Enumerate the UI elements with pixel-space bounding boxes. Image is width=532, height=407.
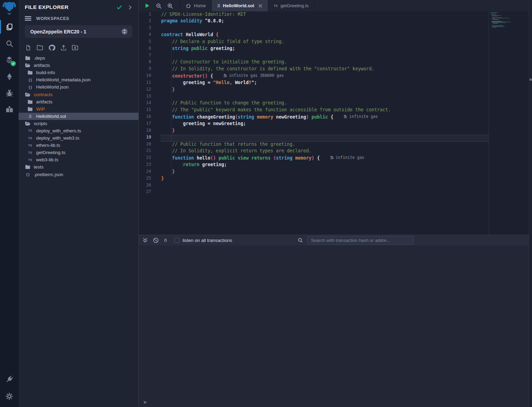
tab-getGreeting.ts[interactable]: TSgetGreeting.ts [268, 0, 314, 11]
tab-Home[interactable]: Home [180, 0, 212, 11]
code-token [254, 114, 257, 120]
tree-item-WIP[interactable]: WIP [19, 105, 138, 113]
typescript-icon: TS [27, 158, 33, 162]
code-token: } [172, 128, 175, 133]
solidity-icon: S [27, 114, 33, 119]
tree-item-label: contracts [34, 92, 53, 97]
scrollbar-handle[interactable] [530, 79, 532, 81]
tree-item-web3-lib.ts[interactable]: TSweb3-lib.ts [19, 156, 138, 163]
remix-ide-window: FILE EXPLORER WORKSPACES OpenZeppelin ER… [0, 0, 532, 407]
line-number: 21 [139, 148, 160, 155]
sidebar-item-search[interactable] [0, 35, 19, 52]
gear-icon [5, 392, 13, 400]
tree-item-.deps[interactable]: .deps [19, 54, 138, 62]
code-token: ) [306, 114, 309, 120]
braces-icon: { } [27, 78, 33, 82]
compile-success-badge [11, 61, 16, 66]
line-content: // Declare a public field of type string… [160, 39, 489, 46]
close-icon[interactable] [258, 4, 262, 8]
minimap[interactable] [489, 11, 528, 235]
code-token: function [172, 114, 194, 120]
line-content: // The "public" keyword makes the functi… [160, 107, 489, 114]
folder-closed-icon [25, 165, 31, 169]
line-content [160, 94, 489, 101]
tree-item-getGreeting.ts[interactable]: TSgetGreeting.ts [19, 149, 138, 156]
line-number: 7 [139, 53, 160, 60]
code-token: ( [273, 155, 276, 161]
tree-item-deploy_with_ethers.ts[interactable]: TSdeploy_with_ethers.ts [19, 127, 138, 134]
workspace-select[interactable]: OpenZeppelin ERC20 - 1 [25, 25, 132, 38]
code-token [216, 155, 219, 161]
tab-label: getGreeting.ts [281, 3, 309, 8]
code-token: contract [161, 32, 186, 37]
sidebar-item-solidity-compiler[interactable] [0, 52, 19, 68]
right-scroll-strip[interactable] [529, 0, 532, 407]
tree-item-build-info[interactable]: build-info [19, 69, 138, 76]
folder-closed-icon [27, 70, 33, 75]
tree-item-artifacts[interactable]: artifacts [19, 62, 138, 69]
sidebar-item-debugger[interactable] [0, 85, 19, 101]
gas-estimate-text: infinite gas [349, 114, 378, 119]
code-token: "Hello, [213, 80, 235, 85]
clear-console-icon[interactable] [153, 237, 159, 243]
panel-header: FILE EXPLORER [19, 0, 138, 12]
panel-title: FILE EXPLORER [25, 4, 116, 10]
terminal-output[interactable]: > [139, 245, 529, 407]
chevron-right-icon[interactable] [128, 5, 132, 10]
code-line-4: 4contract HelloWorld { [139, 32, 529, 39]
transaction-search-input[interactable] [307, 236, 414, 245]
code-editor[interactable]: 1// SPDX-License-Identifier: MIT2pragma … [139, 11, 529, 235]
tree-item-deploy_with_web3.ts[interactable]: TSdeploy_with_web3.ts [19, 134, 138, 142]
book-icon [5, 105, 14, 114]
line-content: } [160, 87, 489, 94]
code-token: } [172, 169, 175, 174]
upload-folder-button[interactable] [71, 43, 79, 52]
code-token: ^0.8.0; [205, 18, 224, 23]
code-token: // In Solidity, explicit return types ar… [161, 148, 312, 153]
code-token [161, 87, 172, 92]
file-explorer-toolbar [19, 38, 138, 54]
clone-git-repository-button[interactable] [48, 43, 56, 52]
listen-transactions-checkbox[interactable] [174, 238, 179, 243]
create-folder-button[interactable] [36, 43, 44, 52]
code-line-23: 23 return greeting; [139, 162, 529, 169]
tree-item-label: HelloWorld.sol [36, 114, 66, 119]
typescript-icon: TS [274, 4, 278, 8]
tree-item-HelloWorld_metadata.json[interactable]: { }HelloWorld_metadata.json [19, 76, 138, 83]
line-number: 9 [139, 66, 160, 73]
zoom-in-icon[interactable] [164, 0, 176, 11]
code-token: constructor [172, 73, 202, 79]
code-line-13: 13 [139, 94, 529, 101]
code-token: { [208, 73, 213, 79]
remix-logo[interactable] [0, 0, 19, 19]
tree-item-scripts[interactable]: scripts [19, 120, 138, 127]
line-content: function hello() public view returns (st… [160, 155, 489, 162]
minimap-line [492, 18, 510, 18]
create-file-button[interactable] [24, 43, 32, 52]
code-line-22: 22 function hello() public view returns … [139, 155, 529, 162]
sidebar-item-plugin-manager[interactable] [0, 370, 19, 388]
tree-item-contracts[interactable]: contracts [19, 91, 138, 98]
tab-HelloWorld.sol[interactable]: SHelloWorld.sol [212, 0, 268, 11]
tree-item-artifacts[interactable]: artifacts [19, 98, 138, 105]
code-token: // In Solidity, the constructor is defin… [161, 66, 374, 71]
sidebar-item-settings[interactable] [0, 388, 19, 405]
run-script-button[interactable] [142, 0, 153, 11]
tree-item-HelloWorld.sol[interactable]: SHelloWorld.sol [19, 113, 138, 120]
line-number: 22 [139, 155, 160, 162]
hamburger-menu-icon[interactable] [25, 16, 31, 21]
sidebar-item-learneth[interactable] [0, 101, 19, 118]
sidebar-item-file-explorer[interactable] [0, 19, 19, 35]
tree-item-HelloWorld.json[interactable]: { }HelloWorld.json [19, 83, 138, 91]
chevrons-down-icon[interactable] [142, 237, 148, 243]
zoom-out-icon[interactable] [153, 0, 164, 11]
tree-item-ethers-lib.ts[interactable]: TSethers-lib.ts [19, 142, 138, 149]
code-line-10: 10 constructor() {infinite gas 368600 ga… [139, 73, 529, 80]
tree-item-.prettierrc.json[interactable]: { }.prettierrc.json [19, 171, 138, 178]
code-token: HelloWorld [186, 32, 216, 37]
tree-item-tests[interactable]: tests [19, 163, 138, 171]
sidebar-item-deploy-and-run[interactable] [0, 68, 19, 85]
code-token: // Constructor to initialize the greetin… [161, 59, 287, 64]
upload-file-button[interactable] [59, 43, 67, 52]
code-token [292, 155, 295, 161]
